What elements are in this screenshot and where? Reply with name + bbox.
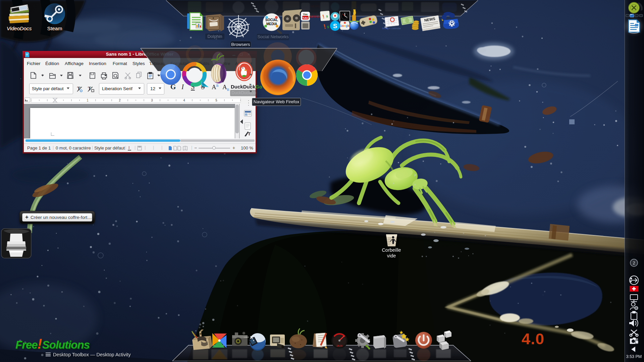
svg-text:»: »: [250, 72, 252, 77]
svg-text:DuckDuckGo: DuckDuckGo: [231, 84, 262, 89]
